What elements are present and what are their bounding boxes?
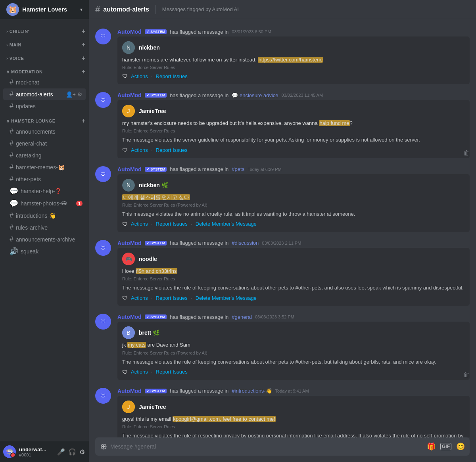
emoji-icon[interactable]: 😊: [456, 442, 465, 451]
svg-text:🛡: 🛡: [100, 97, 106, 103]
svg-text:🛡: 🛡: [100, 393, 106, 399]
actions-button[interactable]: Actions: [131, 147, 148, 153]
add-channel-button[interactable]: +: [82, 68, 86, 75]
microphone-icon[interactable]: 🎤: [56, 447, 66, 456]
flagged-message-text: my hamster's enclosure needs to be upgra…: [122, 120, 465, 127]
message-content: AutoMod ✓ SYSTEM has flagged a message i…: [117, 240, 470, 307]
add-channel-button[interactable]: +: [82, 55, 86, 62]
settings-icon[interactable]: ⚙: [79, 447, 86, 456]
flagged-message-text: jk my cats are Dave and Sam: [122, 341, 465, 349]
add-member-icon[interactable]: 👤+: [66, 91, 76, 98]
sidebar-item-automod-alerts[interactable]: # automod-alerts 👤+ ⚙: [3, 88, 86, 100]
report-issues-button[interactable]: Report Issues: [156, 295, 188, 301]
flagged-message-text: guys! this is my email kpopgirl@gmail.co…: [122, 416, 465, 423]
add-channel-button[interactable]: +: [82, 28, 86, 35]
message-content: AutoMod ✓ SYSTEM has flagged a message i…: [117, 388, 470, 437]
highlighted-text: https://twitter.com/hamsterie: [258, 57, 323, 63]
actions-button[interactable]: Actions: [131, 295, 148, 301]
flagged-card: 🎮 noodle i love fi$h and ch33t4hs Rule: …: [117, 248, 470, 306]
system-tag: ✓ SYSTEM: [145, 29, 167, 34]
add-channel-button[interactable]: +: [82, 41, 86, 48]
flagged-user-avatar: 🎮: [122, 253, 135, 265]
user-info: underwat... #0001: [19, 447, 53, 457]
highlighted-text: kpopgirl@gmail.com, feel free to contact…: [173, 416, 275, 422]
report-issues-button[interactable]: Report Issues: [156, 73, 188, 79]
violation-reason: The message violates the rule of keeping…: [122, 284, 465, 291]
server-header[interactable]: 🐹 Hamster Lovers ▾: [0, 0, 89, 19]
violation-reason: This message violates the no animal crue…: [122, 211, 465, 218]
gift-icon[interactable]: 🎁: [427, 442, 436, 451]
sidebar-item-other-pets[interactable]: # other-pets: [3, 173, 86, 185]
category-header-moderation[interactable]: ∨ MODERATION +: [0, 66, 89, 76]
hash-icon: #: [10, 235, 13, 243]
category-header-main[interactable]: › MAIN +: [0, 39, 89, 49]
channel-label: announcements-archive: [16, 236, 83, 243]
flagged-user-row: 🎮 noodle: [122, 253, 465, 265]
add-attachment-button[interactable]: ⊕: [100, 437, 107, 456]
channel-label: squeak: [21, 248, 83, 255]
system-tag: ✓ SYSTEM: [145, 93, 167, 98]
message-author: AutoMod: [117, 92, 142, 98]
dot-separator: ·: [191, 295, 192, 301]
avatar: 🛡: [95, 240, 111, 256]
add-channel-button[interactable]: +: [82, 117, 86, 125]
channel-label: updates: [16, 103, 83, 109]
sidebar-item-announcements-archive[interactable]: # announcements-archive: [3, 234, 86, 245]
message-header: AutoMod ✓ SYSTEM has flagged a message i…: [117, 388, 470, 394]
avatar: 🛡: [95, 388, 111, 404]
category-header-chillin[interactable]: › CHILLIN' +: [0, 25, 89, 36]
channel-label: automod-alerts: [16, 91, 63, 98]
headphone-icon[interactable]: 🎧: [67, 447, 77, 456]
category-header-voice[interactable]: › VOICE +: [0, 52, 89, 63]
delete-member-message-button[interactable]: Delete Member's Message: [196, 295, 257, 301]
actions-button[interactable]: Actions: [131, 369, 148, 375]
action-row: 🛡 Actions · Report Issues · Delete Membe…: [122, 221, 465, 227]
channel-mention: #introductions-👋: [232, 388, 272, 394]
flagged-user-avatar: B: [122, 326, 135, 339]
sidebar-item-mod-chat[interactable]: # mod-chat: [3, 77, 86, 88]
delete-button[interactable]: 🗑: [463, 150, 470, 157]
sidebar-item-hamster-memes[interactable]: # hamster-memes-🐹: [3, 161, 86, 173]
sidebar-item-general-chat[interactable]: # general-chat: [3, 138, 86, 149]
message-timestamp: Today at 6:29 PM: [248, 167, 282, 172]
dot-separator: ·: [151, 369, 153, 375]
sidebar-item-rules-archive[interactable]: # rules-archive: [3, 222, 86, 233]
actions-button[interactable]: Actions: [131, 221, 148, 227]
shield-icon: 🛡: [122, 148, 128, 153]
report-issues-button[interactable]: Report Issues: [156, 369, 188, 375]
delete-button[interactable]: 🗑: [463, 371, 470, 378]
sidebar-item-introductions[interactable]: # introductions-👋: [3, 210, 86, 221]
category-label: › CHILLIN': [6, 29, 29, 34]
channel-label: caretaking: [16, 152, 83, 159]
message-input-wrapper: ⊕ 🎁 GIF 😊: [95, 437, 470, 456]
settings-icon[interactable]: ⚙: [77, 91, 83, 98]
gif-button[interactable]: GIF: [440, 443, 451, 450]
channel-label: rules-archive: [16, 224, 83, 231]
hash-icon: #: [10, 90, 13, 98]
message-content: AutoMod ✓ SYSTEM has flagged a message i…: [117, 166, 470, 234]
sidebar-item-updates[interactable]: # updates: [3, 100, 86, 112]
sidebar-item-hamster-photos[interactable]: 💬 hamster-photos-🕶 1: [3, 197, 86, 209]
chat-header: # automod-alerts Messages flagged by Aut…: [89, 0, 476, 19]
messages-list: 🛡 AutoMod ✓ SYSTEM has flagged a message…: [89, 19, 476, 437]
hash-icon: #: [10, 102, 13, 110]
sidebar-item-caretaking[interactable]: # caretaking: [3, 150, 86, 161]
chat-icon: 💬: [10, 199, 18, 208]
category-header-hamster-lounge[interactable]: ∨ HAMSTER LOUNGE +: [0, 115, 89, 125]
message-group: 🛡 AutoMod ✓ SYSTEM has flagged a message…: [89, 89, 476, 163]
dot-separator: ·: [151, 147, 153, 153]
message-group: 🛡 AutoMod ✓ SYSTEM has flagged a message…: [89, 311, 476, 384]
channel-mention: #discussion: [232, 240, 259, 246]
report-issues-button[interactable]: Report Issues: [156, 147, 188, 153]
actions-button[interactable]: Actions: [131, 73, 148, 79]
flagged-text-inline: has flagged a message in: [170, 388, 228, 394]
delete-member-message-button[interactable]: Delete Member's Message: [196, 221, 257, 227]
sidebar-item-hamster-help[interactable]: 💬 hamster-help-❓: [3, 185, 86, 197]
flagged-text-inline: has flagged a message in: [170, 314, 228, 320]
sidebar-item-announcements[interactable]: # announcements: [3, 126, 86, 137]
report-issues-button[interactable]: Report Issues: [156, 221, 188, 227]
message-author: AutoMod: [117, 240, 142, 246]
sidebar-item-squeak[interactable]: 🔊 squeak: [3, 245, 86, 257]
flagged-user-row: J JamieTree: [122, 105, 465, 117]
message-input[interactable]: [110, 439, 424, 454]
